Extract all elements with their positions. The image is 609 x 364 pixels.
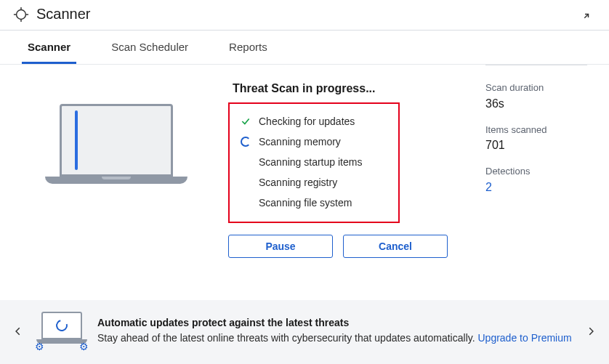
gear-icon: ⚙ [35,341,44,352]
spinner-icon [240,136,251,147]
stat-detections-label: Detections [485,165,587,178]
stat-detections: Detections 2 [485,165,587,194]
promo-body-text: Stay ahead of the latest online threats … [97,332,477,344]
laptop-screen-graphic [60,104,173,177]
tab-scanner[interactable]: Scanner [22,31,76,64]
stat-duration-value: 36s [485,97,587,110]
step-label: Checking for updates [259,116,355,127]
scan-stats: Scan duration 36s Items scanned 701 Dete… [485,65,587,258]
empty-icon [240,197,251,209]
scan-illustration [22,82,211,258]
step-registry: Scanning registry [240,172,379,193]
promo-banner: ⚙ ⚙ Automatic updates protect against th… [0,300,609,364]
action-buttons: Pause Cancel [228,235,448,258]
collapse-icon[interactable] [583,7,596,22]
upgrade-premium-link[interactable]: Upgrade to Premium [477,332,571,344]
scan-line-graphic [75,110,78,170]
stat-items-value: 701 [485,139,587,152]
stat-items: Items scanned 701 [485,124,587,153]
empty-icon [240,156,251,168]
promo-next-icon[interactable] [583,317,599,346]
scan-main: Threat Scan in progress... Checking for … [0,65,609,265]
svg-line-5 [584,15,588,18]
gear-icon: ⚙ [79,341,89,352]
refresh-icon [54,318,70,333]
pause-button[interactable]: Pause [228,235,333,258]
step-startup-items: Scanning startup items [240,152,379,172]
laptop-base-graphic [45,177,187,184]
step-checking-updates: Checking for updates [240,111,379,132]
page-title: Scanner [36,6,583,23]
promo-text: Automatic updates protect against the la… [97,317,573,346]
promo-prev-icon[interactable] [10,317,26,346]
window-header: Scanner [0,0,609,31]
check-icon [240,116,251,127]
stat-items-label: Items scanned [485,124,587,137]
scan-progress-panel: Threat Scan in progress... Checking for … [228,82,453,258]
step-label: Scanning file system [259,197,352,209]
stat-duration-label: Scan duration [485,81,587,94]
tab-reports[interactable]: Reports [223,31,273,64]
scanner-target-icon [13,7,29,23]
step-label: Scanning startup items [259,156,362,168]
promo-title: Automatic updates protect against the la… [97,317,573,328]
promo-body: Stay ahead of the latest online threats … [97,331,573,346]
svg-point-0 [17,9,26,19]
step-scanning-memory: Scanning memory [240,132,379,152]
progress-title: Threat Scan in progress... [233,82,376,95]
step-label: Scanning memory [259,136,341,147]
promo-graphic: ⚙ ⚙ [36,312,87,351]
step-file-system: Scanning file system [240,193,379,213]
stat-duration: Scan duration 36s [485,81,587,110]
step-label: Scanning registry [259,177,337,188]
scan-steps-box: Checking for updates Scanning memory Sca… [228,102,400,223]
empty-icon [240,177,251,188]
stat-detections-value[interactable]: 2 [485,181,587,194]
tab-scheduler[interactable]: Scan Scheduler [105,31,194,64]
tab-bar: Scanner Scan Scheduler Reports [0,31,609,65]
cancel-button[interactable]: Cancel [343,235,448,258]
